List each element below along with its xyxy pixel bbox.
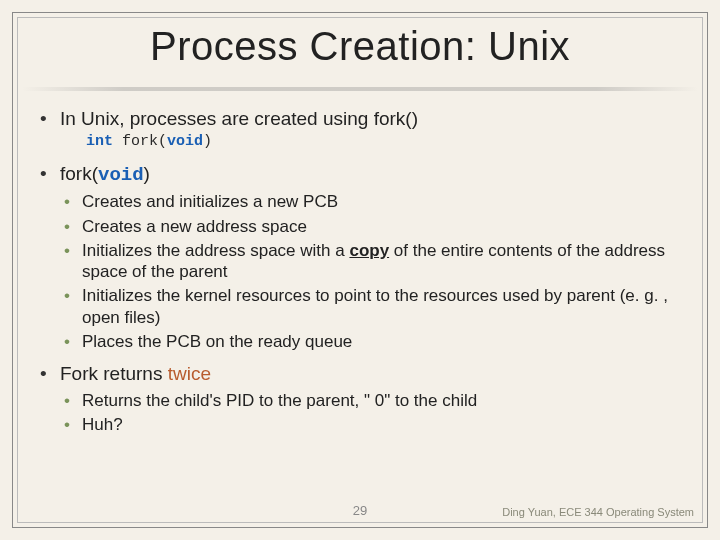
bullet-3-sub-2: Huh? [60, 414, 686, 435]
bullet-1-code: int fork(void) [86, 133, 686, 152]
code-close: ) [203, 133, 212, 150]
bullet-3-pre: Fork returns [60, 363, 168, 384]
bullet-2-sub-5: Places the PCB on the ready queue [60, 331, 686, 352]
b2s3-copy: copy [349, 241, 389, 260]
title-divider [22, 87, 698, 91]
code-fork: fork( [113, 133, 167, 150]
code-kw-void: void [167, 133, 203, 150]
bullet-1: In Unix, processes are created using for… [34, 107, 686, 152]
bullet-2-post: ) [144, 163, 150, 184]
bullet-2-sub-2: Creates a new address space [60, 216, 686, 237]
bullet-2-pre: fork( [60, 163, 98, 184]
b2s3-pre: Initializes the address space with a [82, 241, 349, 260]
bullet-2-sub-3: Initializes the address space with a cop… [60, 240, 686, 283]
bullet-3-twice: twice [168, 363, 211, 384]
bullet-3: Fork returns twice Returns the child's P… [34, 362, 686, 435]
code-kw-int: int [86, 133, 113, 150]
bullet-2-kw: void [98, 164, 144, 186]
bullet-3-sub-1: Returns the child's PID to the parent, "… [60, 390, 686, 411]
footer-credit: Ding Yuan, ECE 344 Operating System [502, 506, 694, 518]
bullet-2-sub-1: Creates and initializes a new PCB [60, 191, 686, 212]
bullet-1-text: In Unix, processes are created using for… [60, 108, 418, 129]
bullet-2: fork(void) Creates and initializes a new… [34, 162, 686, 353]
bullet-2-sub-4: Initializes the kernel resources to poin… [60, 285, 686, 328]
